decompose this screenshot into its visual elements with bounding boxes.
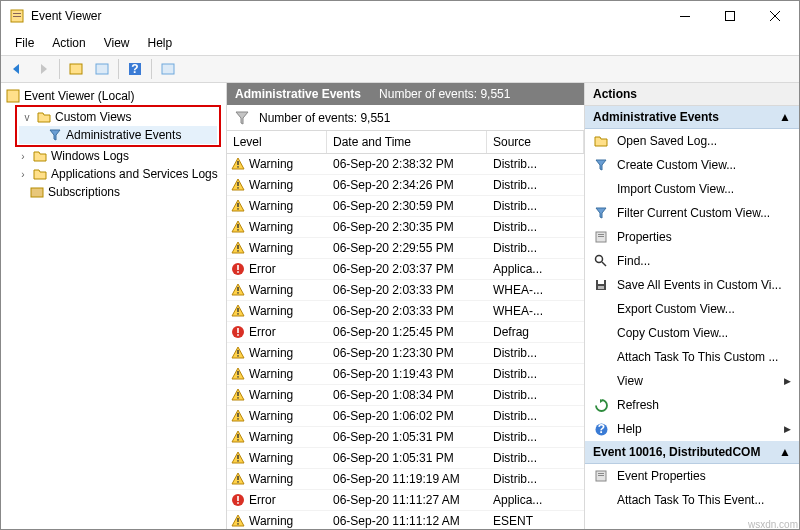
cell-source: ESENT <box>487 514 584 528</box>
svg-rect-40 <box>237 413 238 417</box>
table-row[interactable]: Warning06-Sep-20 2:34:26 PMDistrib... <box>227 175 584 196</box>
table-row[interactable]: Warning06-Sep-20 1:08:34 PMDistrib... <box>227 385 584 406</box>
expand-icon[interactable]: › <box>17 151 29 162</box>
action-item[interactable]: Import Custom View... <box>585 177 799 201</box>
table-row[interactable]: Warning06-Sep-20 2:30:59 PMDistrib... <box>227 196 584 217</box>
maximize-button[interactable] <box>707 2 752 31</box>
warning-icon <box>231 472 245 486</box>
cell-datetime: 06-Sep-20 11:11:27 AM <box>327 493 487 507</box>
warning-icon <box>231 178 245 192</box>
tree-admin-events[interactable]: Administrative Events <box>19 126 217 144</box>
action-label: Find... <box>617 254 650 268</box>
cell-datetime: 06-Sep-20 1:05:31 PM <box>327 451 487 465</box>
action-item[interactable]: Save All Events in Custom Vi... <box>585 273 799 297</box>
back-button[interactable] <box>5 58 29 80</box>
menu-file[interactable]: File <box>7 33 42 53</box>
cell-level: Warning <box>249 367 293 381</box>
cell-level: Warning <box>249 283 293 297</box>
action-item[interactable]: Attach Task To This Event... <box>585 488 799 512</box>
svg-rect-38 <box>237 392 238 396</box>
action-item[interactable]: Export Custom View... <box>585 297 799 321</box>
action-item[interactable]: Event Properties <box>585 464 799 488</box>
cell-datetime: 06-Sep-20 2:34:26 PM <box>327 178 487 192</box>
tree-label: Subscriptions <box>48 185 120 199</box>
action-label: Create Custom View... <box>617 158 736 172</box>
expand-icon[interactable]: › <box>17 169 29 180</box>
props-icon <box>593 229 609 245</box>
table-row[interactable]: Warning06-Sep-20 11:11:12 AMESENT <box>227 511 584 529</box>
table-row[interactable]: Error06-Sep-20 11:11:27 AMApplica... <box>227 490 584 511</box>
error-icon <box>231 493 245 507</box>
filter-count: Number of events: 9,551 <box>259 111 390 125</box>
forward-button[interactable] <box>31 58 55 80</box>
action-item[interactable]: Create Custom View... <box>585 153 799 177</box>
menu-view[interactable]: View <box>96 33 138 53</box>
toolbar-properties[interactable] <box>90 58 114 80</box>
menu-action[interactable]: Action <box>44 33 93 53</box>
table-row[interactable]: Warning06-Sep-20 1:06:02 PMDistrib... <box>227 406 584 427</box>
action-item[interactable]: Copy Custom View... <box>585 321 799 345</box>
tree-custom-views[interactable]: v Custom Views <box>19 108 217 126</box>
table-row[interactable]: Error06-Sep-20 2:03:37 PMApplica... <box>227 259 584 280</box>
table-row[interactable]: Warning06-Sep-20 1:05:31 PMDistrib... <box>227 427 584 448</box>
svg-rect-51 <box>237 518 238 522</box>
menu-help[interactable]: Help <box>140 33 181 53</box>
table-row[interactable]: Warning06-Sep-20 1:19:43 PMDistrib... <box>227 364 584 385</box>
svg-text:?: ? <box>597 423 604 436</box>
action-item[interactable]: Properties <box>585 225 799 249</box>
cell-level: Warning <box>249 472 293 486</box>
table-row[interactable]: Warning06-Sep-20 1:23:30 PMDistrib... <box>227 343 584 364</box>
table-row[interactable]: Warning06-Sep-20 2:38:32 PMDistrib... <box>227 154 584 175</box>
folder-icon <box>32 166 48 182</box>
svg-rect-25 <box>237 265 239 270</box>
collapse-icon[interactable]: ▲ <box>779 445 791 459</box>
actions-section-1[interactable]: Administrative Events ▲ <box>585 106 799 129</box>
filter-icon[interactable] <box>235 111 249 125</box>
grid-header: Level Date and Time Source <box>227 131 584 154</box>
table-row[interactable]: Warning06-Sep-20 2:30:35 PMDistrib... <box>227 217 584 238</box>
svg-rect-42 <box>237 434 238 438</box>
action-label: Import Custom View... <box>617 182 734 196</box>
action-item[interactable]: View▶ <box>585 369 799 393</box>
table-row[interactable]: Warning06-Sep-20 1:05:31 PMDistrib... <box>227 448 584 469</box>
action-item[interactable]: Attach Task To This Custom ... <box>585 345 799 369</box>
cell-source: Distrib... <box>487 409 584 423</box>
table-row[interactable]: Warning06-Sep-20 2:29:55 PMDistrib... <box>227 238 584 259</box>
svg-rect-49 <box>237 496 239 501</box>
svg-rect-1 <box>13 13 21 14</box>
tree-subscriptions[interactable]: Subscriptions <box>3 183 224 201</box>
center-title: Administrative Events <box>235 87 361 101</box>
table-row[interactable]: Warning06-Sep-20 2:03:33 PMWHEA-... <box>227 280 584 301</box>
toolbar-separator <box>151 59 152 79</box>
toolbar-action-pane[interactable] <box>156 58 180 80</box>
tree-apps-services[interactable]: › Applications and Services Logs <box>3 165 224 183</box>
actions-section-2[interactable]: Event 10016, DistributedCOM ▲ <box>585 441 799 464</box>
action-item[interactable]: Find... <box>585 249 799 273</box>
cell-datetime: 06-Sep-20 11:11:12 AM <box>327 514 487 528</box>
warning-icon <box>231 241 245 255</box>
collapse-icon[interactable]: ▲ <box>779 110 791 124</box>
table-row[interactable]: Error06-Sep-20 1:25:45 PMDefrag <box>227 322 584 343</box>
cell-level: Warning <box>249 346 293 360</box>
collapse-icon[interactable]: v <box>21 112 33 123</box>
table-row[interactable]: Warning06-Sep-20 11:19:19 AMDistrib... <box>227 469 584 490</box>
cell-source: Distrib... <box>487 430 584 444</box>
action-item[interactable]: Filter Current Custom View... <box>585 201 799 225</box>
toolbar-show-hide[interactable] <box>64 58 88 80</box>
warning-icon <box>231 283 245 297</box>
col-source[interactable]: Source <box>487 131 584 153</box>
col-datetime[interactable]: Date and Time <box>327 131 487 153</box>
table-row[interactable]: Warning06-Sep-20 2:03:33 PMWHEA-... <box>227 301 584 322</box>
action-item[interactable]: Open Saved Log... <box>585 129 799 153</box>
action-item[interactable]: ?Help▶ <box>585 417 799 441</box>
action-item[interactable]: Refresh <box>585 393 799 417</box>
tree-root[interactable]: Event Viewer (Local) <box>3 87 224 105</box>
svg-rect-44 <box>237 455 238 459</box>
toolbar-help[interactable]: ? <box>123 58 147 80</box>
svg-rect-17 <box>237 187 238 188</box>
minimize-button[interactable] <box>662 2 707 31</box>
close-button[interactable] <box>752 2 797 31</box>
col-level[interactable]: Level <box>227 131 327 153</box>
tree-windows-logs[interactable]: › Windows Logs <box>3 147 224 165</box>
cell-source: Distrib... <box>487 451 584 465</box>
